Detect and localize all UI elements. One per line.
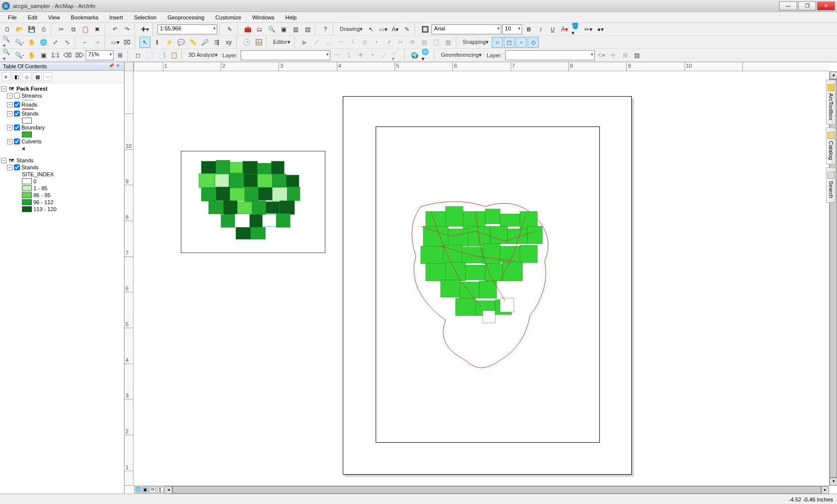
catalog-tab[interactable]: Catalog [826, 127, 836, 164]
edit-rotate-icon[interactable]: ⟳ [407, 37, 418, 48]
font-color-icon[interactable]: A▾ [559, 24, 570, 35]
georef-rotate-icon[interactable]: ⟲▾ [596, 50, 607, 61]
clear-selection-icon[interactable]: ⌧ [122, 37, 133, 48]
menu-file[interactable]: File [3, 13, 22, 21]
edit-trace-icon[interactable]: 〰 [335, 37, 346, 48]
layout-page[interactable] [343, 96, 632, 475]
select-tool-icon[interactable]: ↖ [140, 37, 150, 48]
layer-checkbox[interactable] [14, 102, 20, 108]
scroll-up-icon[interactable]: ▴ [830, 71, 837, 79]
menu-view[interactable]: View [43, 13, 65, 21]
hyperlink-icon[interactable]: ⚡ [163, 37, 174, 48]
editor-dropdown[interactable]: Editor▾ [271, 39, 292, 45]
menu-windows[interactable]: Windows [247, 13, 279, 21]
data-driven-pages-icon[interactable]: 📑 [156, 50, 167, 61]
main-data-frame[interactable] [376, 126, 600, 443]
cut-icon[interactable]: ✂ [56, 24, 67, 35]
measure-icon[interactable]: 📏 [187, 37, 198, 48]
snap-end-icon[interactable]: ◻ [504, 37, 515, 48]
layout-zoom-fwd-icon[interactable]: ⌦ [74, 50, 85, 61]
layout-whole-page-icon[interactable]: ▣ [38, 50, 49, 61]
scroll-left-icon[interactable]: ◂ [164, 486, 172, 494]
layer-checkbox[interactable] [14, 125, 20, 130]
contour-icon[interactable]: 〰 [331, 50, 342, 61]
catalog-window-icon[interactable]: 🗂 [254, 24, 265, 35]
steepest-path-icon[interactable]: ⤵ [343, 50, 354, 61]
arcscene-icon[interactable]: 🌐▾ [421, 50, 432, 61]
arcglobe-icon[interactable]: 🌍 [409, 50, 420, 61]
html-popup-icon[interactable]: 💬 [175, 37, 186, 48]
collapse-icon[interactable]: − [7, 102, 12, 108]
fixed-zoom-in-icon[interactable]: ⤢ [50, 37, 61, 48]
find-icon[interactable]: 🔎 [199, 37, 210, 48]
text-tool-icon[interactable]: A▾ [390, 24, 401, 35]
layout-zoom-in-icon[interactable]: 🔍+ [2, 50, 13, 61]
menu-edit[interactable]: Edit [23, 13, 42, 21]
scale-combo[interactable]: 1:55,966 [157, 24, 217, 34]
delete-icon[interactable]: ✖ [92, 24, 103, 35]
zoom-to-selected-icon[interactable]: 🔲 [419, 24, 430, 35]
full-extent-icon[interactable]: 🌐 [38, 37, 49, 48]
marker-color-icon[interactable]: ●▾ [595, 24, 606, 35]
font-size-combo[interactable]: 10 [502, 24, 522, 34]
refresh-button[interactable]: ⟳ [149, 487, 156, 493]
list-by-selection-icon[interactable]: ▦ [33, 72, 42, 81]
layout-zoom-back-icon[interactable]: ⌫ [62, 50, 73, 61]
georef-view-link-icon[interactable]: ▤ [632, 50, 643, 61]
collapse-icon[interactable]: − [7, 165, 12, 170]
table-of-contents-icon[interactable]: ▤ [302, 24, 313, 35]
list-by-source-icon[interactable]: ◧ [12, 72, 21, 81]
layer-stands[interactable]: − Stands [1, 110, 123, 117]
model-builder-icon[interactable]: ▥ [290, 24, 301, 35]
list-by-visibility-icon[interactable]: ◇ [22, 72, 31, 81]
what-is-this-icon[interactable]: ? [320, 24, 331, 35]
scroll-right-icon[interactable]: ▸ [821, 486, 829, 494]
snap-edge-icon[interactable]: ◇ [528, 37, 539, 48]
interpolate-line-icon[interactable]: ／ [379, 50, 390, 61]
maximize-button[interactable]: ❐ [798, 1, 816, 10]
dataframe-pack-forest[interactable]: − 🗺 Pack Forest [1, 85, 123, 92]
change-layout-icon[interactable]: 📄 [144, 50, 155, 61]
line-of-sight-icon[interactable]: 👁 [355, 50, 366, 61]
edit-end-icon[interactable]: • [371, 37, 382, 48]
menu-selection[interactable]: Selection [129, 13, 161, 21]
layer-culverts[interactable]: − Culverts [1, 138, 123, 145]
font-combo[interactable]: Arial [431, 24, 501, 34]
edit-attributes-icon[interactable]: ▤ [419, 37, 430, 48]
collapse-icon[interactable]: − [1, 86, 6, 92]
layout-zoom-out-icon[interactable]: 🔍- [14, 50, 25, 61]
list-by-drawing-order-icon[interactable]: ≡ [1, 72, 10, 81]
fixed-zoom-out-icon[interactable]: ⤡ [62, 37, 73, 48]
layout-view-button[interactable]: ▣ [142, 487, 148, 493]
layout-100-icon[interactable]: 1:1 [50, 50, 61, 61]
snap-vertex-icon[interactable]: ▫ [516, 37, 527, 48]
collapse-icon[interactable]: − [7, 139, 12, 144]
find-route-icon[interactable]: ⇶ [211, 37, 222, 48]
identify-icon[interactable]: ℹ [151, 37, 162, 48]
snap-point-icon[interactable]: ○ [492, 37, 503, 48]
go-back-icon[interactable]: ← [80, 37, 91, 48]
print-icon[interactable]: ⎙ [38, 24, 49, 35]
zoom-out-icon[interactable]: 🔍- [14, 37, 25, 48]
go-forward-icon[interactable]: → [92, 37, 103, 48]
italic-button[interactable]: I [535, 24, 546, 35]
toolbox-icon[interactable]: 🧰 [242, 24, 253, 35]
georef-auto-icon[interactable]: ⊞ [620, 50, 631, 61]
menu-customize[interactable]: Customize [210, 13, 246, 21]
layer-checkbox[interactable] [14, 93, 20, 99]
edit-sketch-props-icon[interactable]: 📋 [431, 37, 442, 48]
georef-dropdown[interactable]: Georeferencing▾ [439, 52, 484, 58]
layer-checkbox[interactable] [14, 164, 20, 170]
toggle-draft-icon[interactable]: ⊞ [115, 50, 126, 61]
edit-midpoint-icon[interactable]: ⊙ [359, 37, 370, 48]
paste-icon[interactable]: 📋 [80, 24, 91, 35]
focus-data-frame-icon[interactable]: ◻ [133, 50, 143, 61]
edit-split-icon[interactable]: ✂ [395, 37, 406, 48]
edit-arc-icon[interactable]: ◡ [323, 37, 334, 48]
rectangle-icon[interactable]: ▭▾ [378, 24, 389, 35]
go-to-xy-icon[interactable]: xy [223, 37, 234, 48]
search-tab[interactable]: Search [826, 167, 836, 203]
layout-pan-icon[interactable]: ✋ [26, 50, 37, 61]
open-icon[interactable]: 📂 [14, 24, 25, 35]
time-slider-icon[interactable]: 🕒 [241, 37, 252, 48]
